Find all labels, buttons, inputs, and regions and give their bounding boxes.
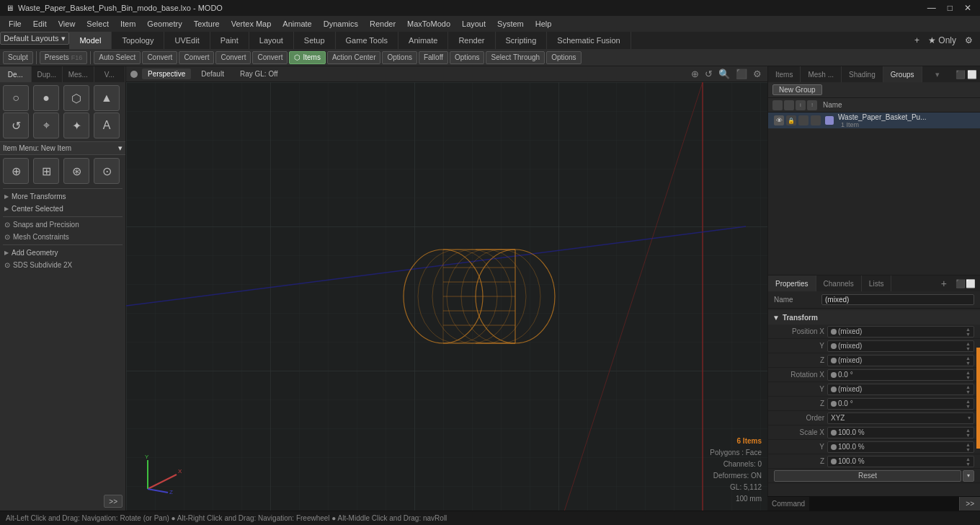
rotation-z-field[interactable]: 0.0 ° ▲ ▼ <box>827 398 974 410</box>
vp-tab-default[interactable]: Default <box>195 69 230 79</box>
menu-layout[interactable]: Layout <box>456 18 491 30</box>
order-dropdown[interactable]: XYZ ▾ <box>827 412 974 424</box>
maximize-btn[interactable]: □ <box>945 3 956 13</box>
tool-circle-icon[interactable]: ⊙ <box>94 158 120 184</box>
add-geometry-btn[interactable]: ▶ Add Geometry <box>0 247 125 259</box>
tool-star-icon[interactable]: ✦ <box>63 112 89 138</box>
rot-x-arrows[interactable]: ▲ ▼ <box>966 370 971 380</box>
pos-y-arrows[interactable]: ▲ ▼ <box>966 341 971 351</box>
rbtab-channels[interactable]: Channels <box>816 275 862 291</box>
tab-uvedit[interactable]: UVEdit <box>164 32 210 49</box>
more-btn[interactable]: >> <box>104 495 122 508</box>
items-btn[interactable]: ⬡ Items <box>289 51 325 64</box>
add-channel-btn[interactable]: + <box>937 275 951 291</box>
tab-setup[interactable]: Setup <box>294 32 336 49</box>
render-icon[interactable] <box>811 115 821 125</box>
menu-render[interactable]: Render <box>364 18 401 30</box>
titlebar-controls[interactable]: — □ ✕ <box>925 3 974 13</box>
sidebar-tab-de[interactable]: De... <box>0 66 32 82</box>
group-item-waste-basket[interactable]: 👁 🔒 Waste_Paper_Basket_Pu... 1 Item <box>768 112 980 128</box>
sds-subdivide-btn[interactable]: ⊙ SDS Subdivide 2X <box>0 259 125 271</box>
star-label[interactable]: ★ Only <box>925 35 959 45</box>
falloff-btn[interactable]: Falloff <box>419 51 448 64</box>
vp-plus-icon[interactable]: ⊕ <box>690 69 700 79</box>
menu-file[interactable]: File <box>3 18 27 30</box>
name-input[interactable] <box>821 294 974 305</box>
select-through-btn[interactable]: Select Through <box>486 51 545 64</box>
tool-text-icon[interactable]: A <box>94 112 120 138</box>
tool-scatter-icon[interactable]: ⊛ <box>63 158 89 184</box>
item-menu-row[interactable]: Item Menu: New Item ▾ <box>0 141 125 155</box>
tool-rotate-icon[interactable]: ↺ <box>3 112 29 138</box>
tab-schematic-fusion[interactable]: Schematic Fusion <box>547 32 631 49</box>
tool-add-icon[interactable]: ⊕ <box>3 158 29 184</box>
transform-header[interactable]: ▼ Transform <box>768 310 980 325</box>
right-top-maximize-icon[interactable]: ⬛ <box>956 70 966 79</box>
vp-fit-icon[interactable]: ⬛ <box>734 69 749 79</box>
command-input[interactable] <box>809 497 959 511</box>
convert4-btn[interactable]: Convert <box>252 51 288 64</box>
rot-z-arrows[interactable]: ▲ ▼ <box>966 399 971 409</box>
mesh-constraints-btn[interactable]: ⊙ Mesh Constraints <box>0 231 125 243</box>
menu-geometry[interactable]: Geometry <box>141 18 187 30</box>
rtab-shading[interactable]: Shading <box>842 66 883 82</box>
viewport[interactable]: Perspective Default Ray GL: Off ⊕ ↺ 🔍 ⬛ … <box>126 66 767 511</box>
lock-icon[interactable]: 🔒 <box>786 115 796 125</box>
vp-settings-icon[interactable]: ⚙ <box>752 69 763 79</box>
tool-center-icon[interactable]: ⌖ <box>33 112 59 138</box>
rot-y-arrows[interactable]: ▲ ▼ <box>966 384 971 394</box>
tab-paint[interactable]: Paint <box>210 32 249 49</box>
vp-tab-raygl[interactable]: Ray GL: Off <box>234 69 284 79</box>
scale-x-field[interactable]: 100.0 % ▲ ▼ <box>827 427 974 438</box>
rtab-groups[interactable]: Groups <box>883 66 922 82</box>
position-y-field[interactable]: (mixed) ▲ ▼ <box>827 340 974 352</box>
vp-search-icon[interactable]: 🔍 <box>717 69 731 79</box>
rbtab-expand-btn[interactable]: ⬛ ⬜ <box>951 275 980 291</box>
auto-select-btn[interactable]: Auto Select <box>94 51 141 64</box>
rbtab-lists[interactable]: Lists <box>862 275 892 291</box>
scale-z-field[interactable]: 100.0 % ▲ ▼ <box>827 456 974 467</box>
action-center-btn[interactable]: Action Center <box>327 51 381 64</box>
center-selected-btn[interactable]: ▶ Center Selected <box>0 203 125 215</box>
reset-dropdown-btn[interactable]: ▾ <box>963 470 974 482</box>
convert1-btn[interactable]: Convert <box>142 51 177 64</box>
menu-animate[interactable]: Animate <box>277 18 317 30</box>
convert2-btn[interactable]: Convert <box>179 51 214 64</box>
scale-z-arrows[interactable]: ▲ ▼ <box>966 456 971 467</box>
convert3-btn[interactable]: Convert <box>215 51 251 64</box>
menu-select[interactable]: Select <box>81 18 115 30</box>
pos-x-arrows[interactable]: ▲ ▼ <box>966 327 971 337</box>
close-btn[interactable]: ✕ <box>961 3 974 13</box>
menu-view[interactable]: View <box>53 18 81 30</box>
menu-texture[interactable]: Texture <box>188 18 226 30</box>
options1-btn[interactable]: Options <box>382 51 416 64</box>
viewport-canvas[interactable]: X Y Z 6 Items Polygons : Face Channels: … <box>126 82 767 511</box>
position-x-field[interactable]: (mixed) ▲ ▼ <box>827 326 974 338</box>
menu-dynamics[interactable]: Dynamics <box>318 18 364 30</box>
command-submit-btn[interactable]: >> <box>959 497 980 511</box>
options3-btn[interactable]: Options <box>546 51 581 64</box>
position-z-field[interactable]: (mixed) ▲ ▼ <box>827 355 974 366</box>
tab-topology[interactable]: Topology <box>112 32 164 49</box>
tab-animate[interactable]: Animate <box>398 32 448 49</box>
snaps-precision-btn[interactable]: ⊙ Snaps and Precision <box>0 219 125 231</box>
menu-vertex-map[interactable]: Vertex Map <box>226 18 277 30</box>
sculpt-btn[interactable]: Sculpt <box>3 51 33 64</box>
reset-btn[interactable]: Reset <box>774 470 961 482</box>
tab-scripting[interactable]: Scripting <box>496 32 548 49</box>
tab-model[interactable]: Model <box>69 32 112 49</box>
menu-maxtomodo[interactable]: MaxToModo <box>401 18 456 30</box>
sidebar-tab-mes[interactable]: Mes... <box>63 66 94 82</box>
vp-tab-perspective[interactable]: Perspective <box>142 69 191 79</box>
layout-dropdown[interactable]: Default Layouts ▾ <box>0 32 69 45</box>
right-top-expand-icon[interactable]: ⬜ <box>967 70 977 79</box>
sidebar-tab-dup[interactable]: Dup... <box>32 66 63 82</box>
scale-y-field[interactable]: 100.0 % ▲ ▼ <box>827 441 974 453</box>
vis-icon[interactable] <box>798 115 808 125</box>
rbtab-properties[interactable]: Properties <box>768 275 816 291</box>
tab-layout[interactable]: Layout <box>249 32 294 49</box>
scale-x-arrows[interactable]: ▲ ▼ <box>966 428 971 438</box>
add-tab-btn[interactable]: + <box>912 35 922 45</box>
menu-item[interactable]: Item <box>115 18 141 30</box>
options2-btn[interactable]: Options <box>450 51 484 64</box>
